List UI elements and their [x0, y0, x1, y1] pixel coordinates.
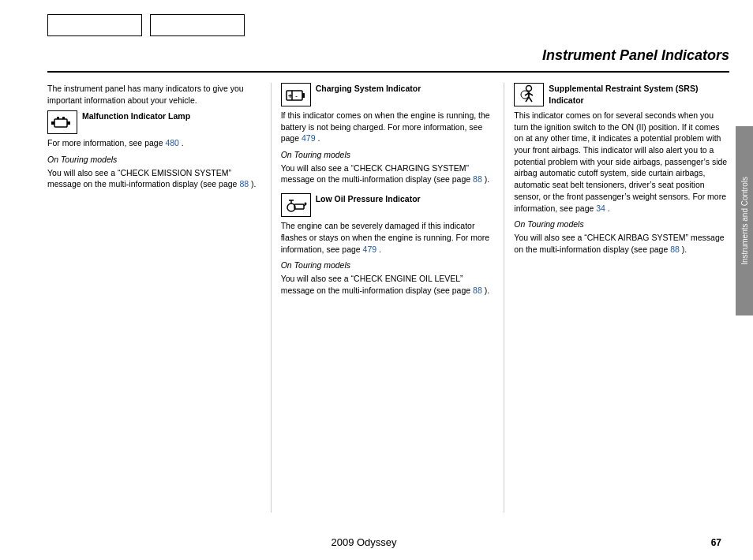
svg-rect-1 [67, 121, 70, 125]
svg-line-21 [529, 97, 532, 102]
malfunction-indicator-title: Malfunction Indicator Lamp [82, 111, 190, 121]
malfunction-indicator-title-block: Malfunction Indicator Lamp [82, 110, 261, 122]
srs-title-block: Supplemental Restraint System (SRS) Indi… [549, 83, 728, 106]
charging-page-link[interactable]: 479 [302, 133, 316, 143]
charging-indicator-item: + - Charging System Indicator [281, 83, 495, 106]
oil-indicator-item: Low Oil Pressure Indicator [281, 193, 495, 217]
col-divider-1 [271, 83, 272, 513]
engine-svg [51, 114, 73, 130]
svg-rect-3 [57, 117, 59, 119]
svg-text:-: - [295, 92, 298, 100]
svg-rect-6 [302, 93, 305, 98]
charging-touring-link[interactable]: 88 [473, 174, 482, 184]
charging-touring-label: On Touring models [281, 149, 495, 161]
footer-title: 2009 Odyssey [331, 536, 396, 548]
svg-point-16 [526, 86, 532, 91]
col-divider-2 [504, 83, 504, 513]
malfunction-touring-link[interactable]: 88 [239, 179, 249, 189]
srs-indicator-icon [514, 83, 544, 106]
malfunction-indicator-icon [47, 110, 77, 134]
charging-indicator-icon: + - [281, 83, 311, 106]
oil-title-block: Low Oil Pressure Indicator [316, 193, 495, 205]
side-tab-label: Instruments and Controls [740, 177, 749, 265]
svg-rect-2 [51, 121, 54, 125]
page-container: Instrument Panel Indicators Instruments … [0, 0, 753, 560]
oil-indicator-icon [281, 193, 311, 217]
page-header: Instrument Panel Indicators [542, 47, 729, 64]
srs-page-link[interactable]: 34 [596, 203, 605, 213]
page-footer: 2009 Odyssey [0, 536, 728, 548]
side-tab: Instruments and Controls [736, 126, 753, 315]
malfunction-touring-label: On Touring models [47, 154, 261, 166]
top-nav [47, 14, 245, 36]
srs-touring-link[interactable]: 88 [670, 245, 680, 254]
oil-body: The engine can be severely damaged if th… [281, 220, 495, 255]
charging-body: If this indicator comes on when the engi… [281, 110, 495, 144]
srs-body: This indicator comes on for several seco… [514, 110, 728, 214]
malfunction-page-link[interactable]: 480 [165, 138, 179, 147]
srs-indicator-item: Supplemental Restraint System (SRS) Indi… [514, 83, 728, 106]
malfunction-touring-text: You will also see a “CHECK EMISSION SYST… [47, 167, 261, 190]
oil-touring-text: You will also see a “CHECK ENGINE OIL LE… [281, 273, 495, 296]
oilcan-svg [285, 196, 307, 214]
page-number: 67 [711, 537, 721, 548]
charging-indicator-title: Charging System Indicator [316, 84, 421, 93]
srs-touring-text: You will also see a “CHECK AIRBAG SYSTEM… [514, 232, 728, 255]
svg-rect-11 [294, 204, 304, 209]
svg-point-22 [521, 91, 529, 99]
charging-touring-text: You will also see a “CHECK CHARGING SYST… [281, 162, 495, 185]
svg-rect-0 [54, 119, 67, 127]
svg-text:+: + [288, 92, 292, 100]
content-area: The instrument panel has many indicators… [47, 83, 728, 513]
malfunction-body: For more information, see page 480 . [47, 137, 261, 149]
page-title: Instrument Panel Indicators [542, 47, 729, 64]
oil-indicator-title: Low Oil Pressure Indicator [316, 194, 421, 203]
header-rule [47, 71, 729, 73]
nav-button-1[interactable] [47, 14, 142, 36]
oil-touring-label: On Touring models [281, 259, 495, 271]
oil-touring-link[interactable]: 88 [473, 286, 482, 295]
svg-rect-4 [62, 117, 65, 119]
charging-title-block: Charging System Indicator [316, 83, 495, 95]
column-1: The instrument panel has many indicators… [47, 83, 268, 513]
svg-point-15 [304, 203, 306, 205]
oil-page-link[interactable]: 479 [363, 245, 377, 254]
nav-button-2[interactable] [150, 14, 245, 36]
intro-text: The instrument panel has many indicators… [47, 83, 261, 106]
column-2: + - Charging System Indicator If this in… [275, 83, 501, 513]
malfunction-indicator-item: Malfunction Indicator Lamp [47, 110, 261, 134]
column-3: Supplemental Restraint System (SRS) Indi… [508, 83, 728, 513]
srs-indicator-title: Supplemental Restraint System (SRS) Indi… [549, 84, 698, 105]
battery-svg: + - [285, 87, 307, 103]
srs-svg [518, 84, 540, 105]
srs-touring-label: On Touring models [514, 218, 728, 230]
